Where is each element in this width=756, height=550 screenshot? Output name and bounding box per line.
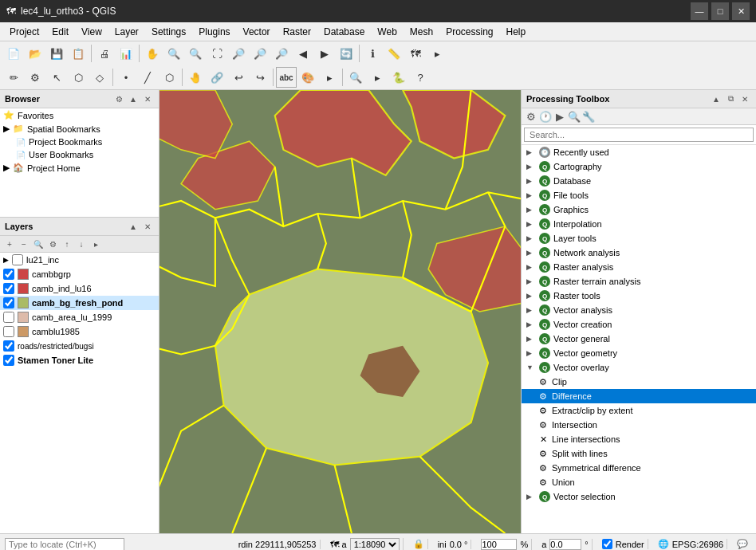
browser-close-btn[interactable]: ✕	[141, 92, 154, 105]
layer-item-stamen[interactable]: Stamen Toner Lite	[0, 353, 159, 367]
layer-filter-btn[interactable]: 🔍	[32, 238, 45, 250]
undo-btn[interactable]: ↩	[228, 67, 249, 88]
minimize-button[interactable]: —	[691, 2, 708, 20]
toolbox-item-graphics[interactable]: ▶ Q Graphics	[522, 202, 756, 217]
menu-processing[interactable]: Processing	[439, 25, 499, 39]
browser-item-favorites[interactable]: ⭐ Favorites	[0, 108, 159, 122]
toolbox-config-btn[interactable]: 🔧	[582, 110, 595, 123]
maximize-button[interactable]: □	[711, 2, 729, 20]
more-tools-button[interactable]: ▸	[427, 43, 447, 64]
zoom-select-button[interactable]: 🔎	[228, 43, 249, 64]
toolbox-item-extract-clip[interactable]: ⚙ Extract/clip by extent	[522, 403, 756, 418]
map-area[interactable]	[159, 90, 521, 533]
identify-button[interactable]: ℹ	[362, 43, 383, 64]
color-btn[interactable]: 🎨	[297, 67, 318, 88]
label-btn[interactable]: abc	[276, 67, 297, 88]
zoom-extent-button[interactable]: ⛶	[207, 43, 227, 64]
draw-point-btn[interactable]: •	[116, 67, 136, 88]
toolbox-run-btn[interactable]: ▶	[553, 110, 566, 123]
toolbox-item-layer-tools[interactable]: ▶ Q Layer tools	[522, 231, 756, 246]
toolbox-item-vector-overlay[interactable]: ▼ Q Vector overlay	[522, 360, 756, 375]
layer-properties-btn[interactable]: ⚙	[46, 238, 59, 250]
toolbox-item-raster-analysis[interactable]: ▶ Q Raster analysis	[522, 260, 756, 274]
layer-checkbox-camb-ind[interactable]	[3, 283, 14, 294]
browser-filter-btn[interactable]: ⚙	[112, 92, 125, 105]
toolbox-search-input[interactable]	[524, 128, 754, 142]
more-edit-btn[interactable]: ▸	[319, 67, 340, 88]
browser-item-spatial-bookmarks[interactable]: ▶ 📁 Spatial Bookmarks	[0, 122, 159, 136]
toolbox-item-difference[interactable]: ⚙ Difference	[522, 389, 756, 403]
snap-btn[interactable]: 🔗	[207, 67, 227, 88]
layer-item-camb-ind-lu16[interactable]: camb_ind_lu16	[0, 281, 159, 296]
toolbox-item-vector-geometry[interactable]: ▶ Q Vector geometry	[522, 346, 756, 360]
layer-more-btn[interactable]: ▸	[89, 238, 102, 250]
layer-checkbox-roads[interactable]	[3, 340, 14, 352]
toolbox-item-clip[interactable]: ⚙ Clip	[522, 375, 756, 389]
layer-item-camblu1985[interactable]: camblu1985	[0, 324, 159, 339]
save-as-button[interactable]: 📋	[68, 43, 89, 64]
toolbox-float-btn[interactable]: ⧉	[724, 92, 737, 105]
toolbox-item-file-tools[interactable]: ▶ Q File tools	[522, 188, 756, 202]
zoom-out-button[interactable]: 🔍	[185, 43, 206, 64]
vertex-btn[interactable]: ◇	[89, 67, 110, 88]
layer-item-camb-area[interactable]: camb_area_lu_1999	[0, 310, 159, 324]
zoom-native-button[interactable]: 🔎	[271, 43, 292, 64]
zoom-layer-button[interactable]: 🔎	[250, 43, 270, 64]
toolbox-item-recently-used[interactable]: ▶ 🕐 Recently used	[522, 145, 756, 159]
toolbox-item-database[interactable]: ▶ Q Database	[522, 174, 756, 188]
menu-layer[interactable]: Layer	[108, 25, 145, 39]
select-btn[interactable]: ↖	[46, 67, 67, 88]
layer-remove-btn[interactable]: −	[18, 238, 30, 250]
toolbox-item-network[interactable]: ▶ Q Network analysis	[522, 246, 756, 260]
menu-web[interactable]: Web	[371, 25, 403, 39]
python-btn[interactable]: 🐍	[388, 67, 409, 88]
layer-checkbox-cambbgrp[interactable]	[3, 269, 14, 280]
menu-vector[interactable]: Vector	[237, 25, 277, 39]
toolbox-item-line-intersections[interactable]: ✕ Line intersections	[522, 432, 756, 446]
toolbox-item-raster-terrain[interactable]: ▶ Q Raster terrain analysis	[522, 274, 756, 289]
toolbox-search-btn[interactable]: 🔍	[568, 110, 581, 123]
toolbox-settings-btn[interactable]: ⚙	[525, 110, 537, 123]
toolbox-item-raster-tools[interactable]: ▶ Q Raster tools	[522, 289, 756, 303]
zoom-input[interactable]	[481, 539, 517, 550]
locate-input[interactable]	[5, 538, 124, 551]
layer-item-lu21-inc[interactable]: ▶ lu21_inc	[0, 253, 159, 267]
measure-button[interactable]: 📏	[384, 43, 404, 64]
layers-collapse-btn[interactable]: ▲	[127, 220, 140, 233]
menu-database[interactable]: Database	[317, 25, 371, 39]
locator-btn[interactable]: 🔍	[345, 67, 366, 88]
layer-up-btn[interactable]: ↑	[61, 238, 73, 250]
rotation-input[interactable]	[549, 539, 581, 550]
layer-item-cambbgrp[interactable]: cambbgrp	[0, 267, 159, 281]
toolbox-item-split-lines[interactable]: ⚙ Split with lines	[522, 446, 756, 461]
toolbox-item-vector-analysis[interactable]: ▶ Q Vector analysis	[522, 303, 756, 317]
more-right-btn[interactable]: ▸	[367, 67, 388, 88]
browser-collapse-btn[interactable]: ▲	[127, 92, 140, 105]
browser-item-project-home[interactable]: ▶ 🏠 Project Home	[0, 161, 159, 175]
toolbox-close-btn[interactable]: ✕	[738, 92, 751, 105]
browser-item-project-bookmarks[interactable]: 📄 Project Bookmarks	[0, 136, 159, 148]
draw-polygon-btn[interactable]: ⬡	[159, 67, 179, 88]
print-layout-button[interactable]: 🖨	[94, 43, 115, 64]
layers-close-btn[interactable]: ✕	[141, 220, 154, 233]
redo-btn[interactable]: ↪	[250, 67, 270, 88]
draw-line-btn[interactable]: ╱	[137, 67, 158, 88]
refresh-button[interactable]: 🔄	[336, 43, 356, 64]
node-tool-btn[interactable]: ⬡	[68, 67, 89, 88]
toolbox-item-vector-general[interactable]: ▶ Q Vector general	[522, 332, 756, 346]
toolbox-collapse-btn[interactable]: ▲	[710, 92, 723, 105]
pan-map2-btn[interactable]: 🤚	[185, 67, 206, 88]
zoom-prev-button[interactable]: ◀	[293, 43, 313, 64]
toolbox-item-interpolation[interactable]: ▶ Q Interpolation	[522, 217, 756, 231]
close-button[interactable]: ✕	[732, 2, 750, 20]
edit-btn2[interactable]: ⚙	[25, 67, 45, 88]
layer-checkbox-camb-area[interactable]	[3, 312, 14, 323]
menu-view[interactable]: View	[75, 25, 108, 39]
reports-button[interactable]: 📊	[116, 43, 136, 64]
open-project-button[interactable]: 📂	[25, 43, 45, 64]
toolbox-item-sym-diff[interactable]: ⚙ Symmetrical difference	[522, 461, 756, 475]
new-project-button[interactable]: 📄	[3, 43, 24, 64]
zoom-in-button[interactable]: 🔍	[163, 43, 184, 64]
menu-mesh[interactable]: Mesh	[404, 25, 439, 39]
browser-item-user-bookmarks[interactable]: 📄 User Bookmarks	[0, 148, 159, 161]
